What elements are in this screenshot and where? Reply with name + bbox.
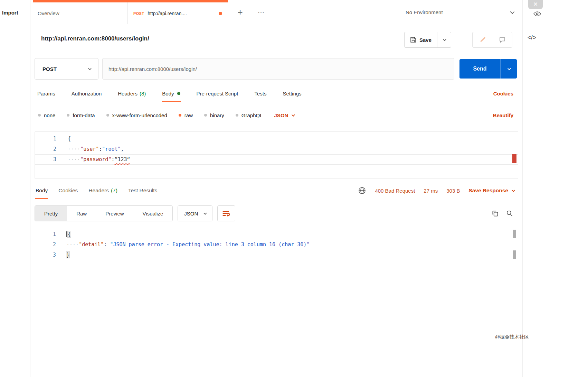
- radio-selected-icon: [179, 114, 181, 117]
- code-text: {: [56, 229, 71, 239]
- search-icon: [506, 210, 513, 217]
- code-line: 2····"detail": "JSON parse error - Expec…: [30, 239, 522, 250]
- environment-quick-look-button[interactable]: [533, 10, 541, 19]
- view-visualize[interactable]: Visualize: [133, 206, 173, 221]
- right-rail: ✕ </>: [522, 0, 588, 377]
- radio-icon: [236, 114, 238, 117]
- body-has-content-dot: [177, 92, 180, 95]
- code-text: }: [56, 250, 69, 260]
- response-tabs: Body Cookies Headers (7) Test Results 40…: [30, 179, 522, 202]
- wrap-lines-icon: [222, 209, 230, 218]
- token-indent: ····: [68, 146, 80, 152]
- view-preview[interactable]: Preview: [96, 206, 133, 221]
- method-select[interactable]: POST: [35, 58, 98, 80]
- comment-button[interactable]: [492, 32, 512, 47]
- close-button[interactable]: ✕: [528, 0, 543, 9]
- chevron-down-icon: [443, 38, 446, 41]
- code-snippet-toggle[interactable]: </>: [528, 35, 537, 41]
- tab-overview[interactable]: Overview: [33, 2, 128, 24]
- tab-settings-label: Settings: [283, 91, 301, 96]
- search-button[interactable]: [506, 210, 513, 217]
- tab-request-active[interactable]: POST http://api.renran....: [128, 2, 228, 25]
- send-options-button[interactable]: [500, 59, 517, 79]
- chevron-down-icon: [512, 188, 515, 192]
- view-pretty[interactable]: Pretty: [35, 206, 67, 221]
- environment-label: No Environment: [406, 9, 443, 15]
- comment-icon: [499, 36, 506, 43]
- body-type-raw[interactable]: raw: [179, 112, 193, 118]
- response-tab-body[interactable]: Body: [36, 179, 48, 202]
- chevron-down-icon: [508, 67, 511, 70]
- response-tab-test-results[interactable]: Test Results: [128, 179, 157, 202]
- response-meta: 400 Bad Request 27 ms 303 B Save Respons…: [358, 186, 514, 195]
- response-section: Body Cookies Headers (7) Test Results 40…: [30, 179, 522, 377]
- token-key: "detail": [79, 241, 104, 248]
- tab-headers[interactable]: Headers (8): [118, 82, 146, 104]
- token-punct: :: [104, 241, 110, 248]
- body-type-graphql[interactable]: GraphQL: [236, 112, 263, 118]
- token-error: ”123“: [114, 156, 130, 163]
- url-input[interactable]: [102, 58, 454, 80]
- view-raw[interactable]: Raw: [67, 206, 96, 221]
- headers-count-badge: (8): [140, 91, 146, 96]
- body-type-none[interactable]: none: [38, 112, 55, 118]
- body-type-binary[interactable]: binary: [204, 112, 224, 118]
- line-number: 2: [30, 239, 56, 250]
- tab-params[interactable]: Params: [37, 82, 55, 104]
- body-language-select[interactable]: JSON: [274, 112, 294, 118]
- response-tab-cookies[interactable]: Cookies: [58, 179, 78, 202]
- body-type-urlencoded[interactable]: x-www-form-urlencoded: [106, 112, 167, 118]
- save-response-label: Save Response: [468, 187, 508, 194]
- save-button[interactable]: Save: [405, 32, 437, 47]
- copy-button[interactable]: [491, 210, 499, 217]
- tab-pre-request-script[interactable]: Pre-request Script: [197, 82, 238, 104]
- save-response-button[interactable]: Save Response: [468, 187, 514, 194]
- network-globe-icon[interactable]: [358, 186, 366, 195]
- main-panel: Overview POST http://api.renran.... + ••…: [30, 0, 522, 377]
- tab-authorization-label: Authorization: [72, 91, 102, 96]
- response-body-editor[interactable]: 1{2····"detail": "JSON parse error - Exp…: [30, 225, 522, 377]
- response-status: 400 Bad Request: [375, 188, 415, 194]
- error-annotation-marker: [512, 154, 516, 163]
- code-line: 3····"password":”123“: [35, 154, 518, 165]
- response-time: 27 ms: [424, 188, 438, 194]
- cookies-link[interactable]: Cookies: [493, 91, 513, 96]
- tab-pre-request-label: Pre-request Script: [197, 91, 238, 96]
- watermark: @掘金技术社区: [495, 334, 529, 340]
- save-button-group: Save: [404, 32, 451, 48]
- line-number: 1: [30, 229, 56, 239]
- tab-options-icon[interactable]: •••: [256, 8, 267, 16]
- response-size: 303 B: [446, 188, 460, 194]
- environment-selector[interactable]: No Environment: [393, 0, 522, 24]
- response-headers-count-badge: (7): [111, 187, 117, 194]
- body-type-form-data[interactable]: form-data: [67, 112, 95, 118]
- request-tabs: Params Authorization Headers (8) Body Pr…: [30, 82, 522, 104]
- tab-authorization[interactable]: Authorization: [72, 82, 102, 104]
- tab-settings[interactable]: Settings: [283, 82, 301, 104]
- response-tab-headers-label: Headers: [88, 187, 109, 194]
- tab-tests[interactable]: Tests: [254, 82, 266, 104]
- radio-icon: [204, 114, 207, 117]
- wrap-lines-button[interactable]: [217, 205, 235, 221]
- send-button[interactable]: Send: [459, 59, 500, 79]
- new-tab-button[interactable]: +: [235, 7, 245, 17]
- save-options-button[interactable]: [437, 32, 451, 47]
- pencil-icon: [479, 36, 486, 43]
- body-language-label: JSON: [274, 112, 288, 118]
- body-type-raw-label: raw: [184, 112, 193, 118]
- response-actions: [491, 210, 513, 217]
- response-language-select[interactable]: JSON: [178, 205, 212, 221]
- radio-icon: [67, 114, 69, 117]
- rename-comment-group: [472, 32, 512, 48]
- tab-body[interactable]: Body: [162, 82, 180, 104]
- beautify-link[interactable]: Beautify: [493, 112, 513, 118]
- token-indent: ····: [66, 241, 79, 248]
- body-type-none-label: none: [44, 112, 55, 118]
- request-body-editor[interactable]: 1{2····"user":"root",3····"password":”12…: [35, 131, 518, 179]
- save-label: Save: [419, 37, 431, 43]
- import-button[interactable]: Import: [2, 10, 30, 16]
- rename-button[interactable]: [473, 32, 492, 47]
- response-toolbar: Pretty Raw Preview Visualize JSON: [30, 202, 522, 225]
- response-tab-headers[interactable]: Headers (7): [88, 179, 117, 202]
- scroll-marker: [513, 230, 516, 238]
